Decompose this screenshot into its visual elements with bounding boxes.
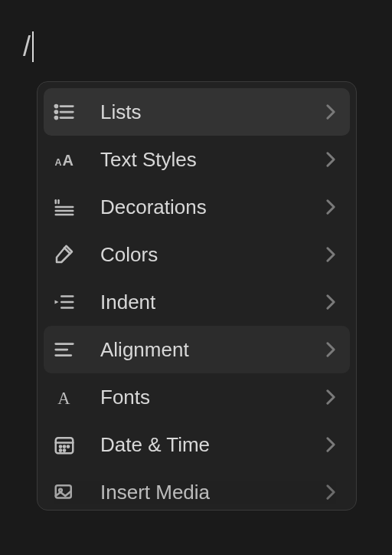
menu-item-label: Decorations	[100, 195, 301, 219]
command-menu: Lists A A Text Styles Decorations	[37, 81, 357, 511]
svg-text:A: A	[57, 389, 70, 408]
text-styles-icon: A A	[51, 146, 77, 172]
chevron-right-icon	[324, 153, 338, 166]
chevron-right-icon	[324, 438, 338, 452]
svg-point-21	[60, 445, 61, 447]
decorations-icon	[51, 194, 77, 220]
indent-icon	[51, 289, 77, 315]
menu-item-label: Colors	[100, 243, 301, 267]
menu-item-insert-media[interactable]: Insert Media	[44, 468, 350, 511]
menu-item-label: Fonts	[100, 386, 301, 409]
svg-marker-11	[55, 300, 59, 304]
list-icon	[51, 99, 77, 125]
slash-character: /	[23, 31, 31, 63]
date-time-icon	[51, 432, 77, 458]
chevron-right-icon	[324, 343, 338, 356]
colors-icon	[51, 241, 77, 268]
svg-rect-26	[56, 485, 71, 498]
svg-point-25	[64, 449, 65, 451]
chevron-right-icon	[324, 295, 338, 309]
chevron-right-icon	[324, 105, 338, 119]
fonts-icon: A	[51, 384, 77, 410]
menu-item-indent[interactable]: Indent	[44, 278, 350, 326]
chevron-right-icon	[324, 248, 338, 261]
chevron-right-icon	[324, 200, 338, 214]
menu-item-label: Alignment	[100, 338, 301, 362]
menu-item-decorations[interactable]: Decorations	[44, 183, 350, 231]
svg-point-23	[67, 445, 69, 447]
svg-text:A: A	[55, 157, 62, 168]
svg-point-4	[55, 117, 57, 119]
menu-item-label: Text Styles	[100, 148, 301, 172]
menu-item-date-time[interactable]: Date & Time	[44, 421, 350, 468]
menu-item-label: Date & Time	[100, 433, 301, 457]
svg-point-24	[60, 449, 61, 451]
menu-item-text-styles[interactable]: A A Text Styles	[44, 136, 350, 183]
chevron-right-icon	[324, 390, 338, 404]
menu-item-alignment[interactable]: Alignment	[44, 326, 350, 373]
menu-item-fonts[interactable]: A Fonts	[44, 373, 350, 421]
menu-item-colors[interactable]: Colors	[44, 231, 350, 278]
menu-item-label: Indent	[100, 291, 301, 314]
chevron-right-icon	[324, 485, 338, 499]
text-cursor	[32, 31, 34, 62]
slash-command-input[interactable]: /	[23, 31, 34, 63]
svg-point-0	[55, 105, 57, 107]
svg-point-22	[64, 445, 65, 447]
alignment-icon	[51, 337, 77, 363]
insert-media-icon	[51, 479, 77, 505]
menu-item-label: Lists	[100, 100, 301, 124]
menu-item-label: Insert Media	[100, 481, 301, 504]
svg-point-2	[55, 111, 57, 113]
menu-item-lists[interactable]: Lists	[44, 88, 350, 136]
svg-text:A: A	[63, 152, 74, 169]
